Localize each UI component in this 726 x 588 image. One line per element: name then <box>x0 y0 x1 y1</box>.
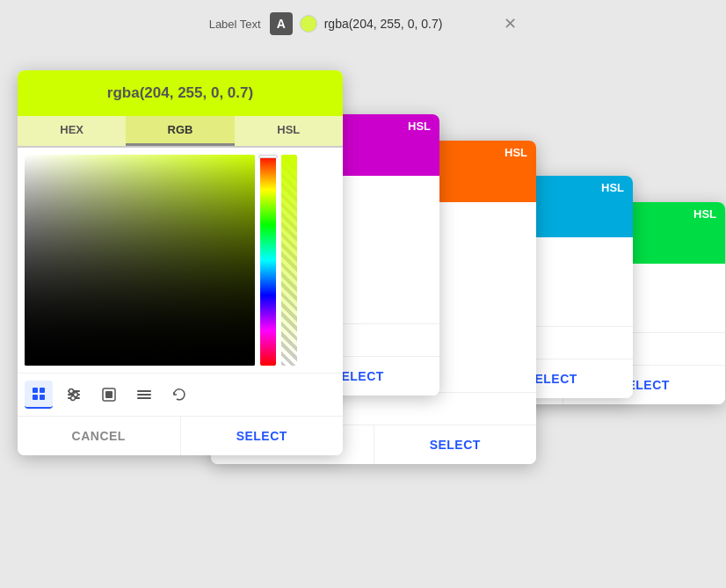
panel-header-1: rgba(204, 255, 0, 0.7) <box>18 70 343 116</box>
top-bar-inner: A rgba(204, 255, 0, 0.7) <box>270 12 443 35</box>
select-button-3[interactable]: SELECT <box>374 425 537 464</box>
top-bar: Label Text A rgba(204, 255, 0, 0.7) ✕ <box>0 12 726 35</box>
alpha-bar[interactable] <box>281 155 297 366</box>
hue-thumb <box>258 155 278 158</box>
tab-hex[interactable]: HEX <box>18 116 126 146</box>
select-button-1[interactable]: SELECT <box>181 417 344 455</box>
svg-rect-2 <box>33 395 38 400</box>
tab-hsl[interactable]: HSL <box>235 116 343 146</box>
bottom-toolbar <box>18 373 343 416</box>
color-value-text: rgba(204, 255, 0, 0.7) <box>324 17 443 31</box>
hue-bar[interactable] <box>260 155 276 366</box>
svg-point-9 <box>71 396 76 401</box>
squares-tool-icon[interactable] <box>95 381 123 409</box>
close-icon[interactable]: ✕ <box>504 14 517 33</box>
hamburger-tool-icon[interactable] <box>130 381 158 409</box>
sliders-tool-icon[interactable] <box>60 381 88 409</box>
panel-1: rgba(204, 255, 0, 0.7) HEX RGB HSL <box>18 70 343 455</box>
svg-rect-3 <box>40 395 45 400</box>
letter-icon: A <box>270 12 293 35</box>
svg-point-7 <box>69 389 74 394</box>
color-picker-area <box>18 148 343 373</box>
gradient-box[interactable] <box>25 155 255 366</box>
svg-rect-1 <box>40 388 45 393</box>
tab-row: HEX RGB HSL <box>18 116 343 148</box>
svg-rect-0 <box>33 388 38 393</box>
label-text: Label Text <box>209 18 261 31</box>
svg-rect-11 <box>105 391 113 398</box>
cancel-button-1[interactable]: CANCEL <box>18 417 181 455</box>
tab-rgb[interactable]: RGB <box>126 116 234 146</box>
color-preview-circle <box>300 15 317 33</box>
panel-1-footer: CANCEL SELECT <box>18 416 343 455</box>
grid-tool-icon[interactable] <box>25 381 53 409</box>
history-tool-icon[interactable] <box>165 381 193 409</box>
